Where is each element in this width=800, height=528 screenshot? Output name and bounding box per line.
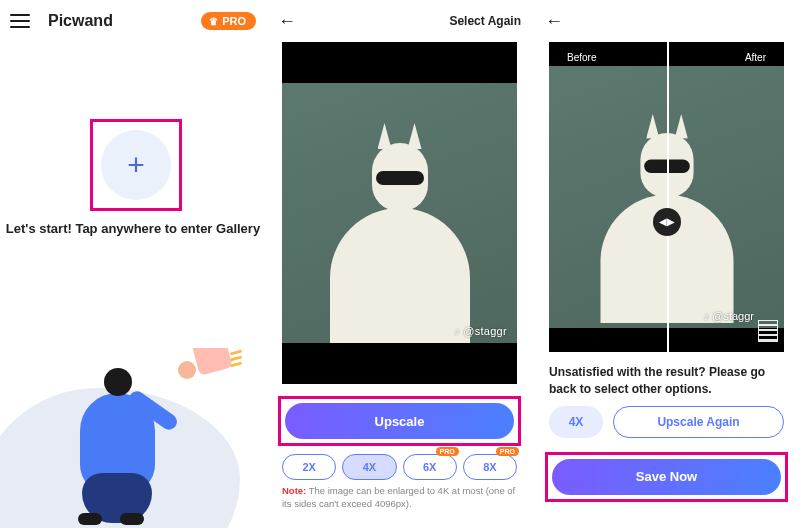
add-photo-button[interactable]: +: [90, 119, 182, 211]
upscale-button[interactable]: Upscale: [285, 403, 514, 439]
watermark: ♪@staggr: [704, 310, 754, 322]
back-icon[interactable]: ←: [545, 11, 563, 32]
after-badge: After: [735, 50, 776, 65]
scale-options: 2X 4X 6XPRO 8XPRO: [266, 454, 533, 480]
current-scale-chip[interactable]: 4X: [549, 406, 603, 438]
before-badge: Before: [557, 50, 606, 65]
unsatisfied-text: Unsatisfied with the result? Please go b…: [533, 352, 800, 406]
menu-icon[interactable]: [10, 14, 30, 28]
photo-preview: ♪@staggr: [282, 42, 517, 384]
pro-badge: PRO: [496, 447, 519, 456]
note: Note: The image can be enlarged to 4K at…: [266, 480, 533, 511]
panel-start: Picwand ♛ PRO + Let's start! Tap anywher…: [0, 0, 266, 528]
crown-icon: ♛: [209, 16, 218, 27]
sharpen-icon[interactable]: [758, 320, 778, 342]
watermark: ♪@staggr: [454, 325, 507, 337]
illustration: [0, 348, 266, 528]
upscale-again-button[interactable]: Upscale Again: [613, 406, 784, 438]
app-title: Picwand: [48, 12, 201, 30]
select-again-link[interactable]: Select Again: [449, 14, 521, 28]
plus-icon: +: [127, 148, 145, 182]
tagline: Let's start! Tap anywhere to enter Galle…: [0, 221, 266, 236]
back-icon[interactable]: ←: [278, 11, 296, 32]
save-highlight: Save Now: [545, 452, 788, 502]
header: ← Select Again: [266, 0, 533, 42]
compare-slider-handle[interactable]: ◀▶: [653, 208, 681, 236]
header: Picwand ♛ PRO: [0, 0, 266, 42]
scale-8x[interactable]: 8XPRO: [463, 454, 517, 480]
scale-6x[interactable]: 6XPRO: [403, 454, 457, 480]
header: ←: [533, 0, 800, 42]
pro-label: PRO: [222, 15, 246, 27]
scale-2x[interactable]: 2X: [282, 454, 336, 480]
upscale-highlight: Upscale: [278, 396, 521, 446]
compare-divider: [667, 42, 669, 352]
panel-result: ← Before After ◀▶ ♪@staggr Unsatisfied w…: [533, 0, 800, 528]
save-now-button[interactable]: Save Now: [552, 459, 781, 495]
compare-preview: Before After ◀▶ ♪@staggr: [549, 42, 784, 352]
result-actions: 4X Upscale Again: [533, 406, 800, 438]
pro-badge: PRO: [436, 447, 459, 456]
scale-4x[interactable]: 4X: [342, 454, 396, 480]
add-circle: +: [101, 130, 171, 200]
panel-upscale: ← Select Again ♪@staggr Upscale 2X 4X 6X…: [266, 0, 533, 528]
pro-badge[interactable]: ♛ PRO: [201, 12, 256, 30]
